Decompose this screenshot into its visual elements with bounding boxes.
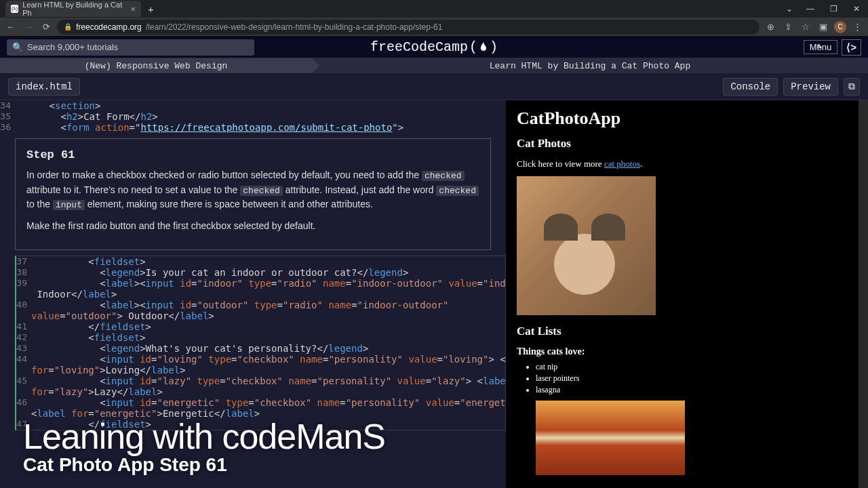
zoom-icon[interactable]: ⊕ <box>764 20 777 34</box>
reload-button[interactable]: ⟳ <box>39 20 53 34</box>
code-content[interactable]: <input id="loving" type="checkbox" name=… <box>31 354 506 365</box>
code-line[interactable]: 47 </fieldset> <box>16 419 505 430</box>
address-bar[interactable]: 🔒 freecodecamp.org/learn/2022/responsive… <box>57 20 760 35</box>
url-path: /learn/2022/responsive-web-design/learn-… <box>146 22 443 32</box>
code-line[interactable]: 35 <h2>Cat Form</h2> <box>0 111 506 122</box>
line-number: 43 <box>16 343 31 354</box>
line-number: 47 <box>16 419 31 430</box>
browser-tab[interactable]: (λ) Learn HTML by Building a Cat Ph × <box>5 1 141 17</box>
code-line[interactable]: 45 <input id="lazy" type="checkbox" name… <box>16 375 505 386</box>
code-line[interactable]: 42 <fieldset> <box>16 332 505 343</box>
browser-titlebar: (λ) Learn HTML by Building a Cat Ph × + … <box>0 0 868 18</box>
forward-button[interactable]: → <box>22 20 35 34</box>
search-input[interactable]: 🔍 Search 9,000+ tutorials <box>7 39 254 56</box>
line-number <box>16 365 31 375</box>
code-content[interactable]: for="loving">Loving</label> <box>31 365 186 375</box>
new-tab-button[interactable]: + <box>141 3 161 15</box>
flame-icon <box>479 42 488 53</box>
minimize-button[interactable]: — <box>799 0 822 18</box>
code-line[interactable]: 40 <label><input id="outdoor" type="radi… <box>16 300 505 310</box>
code-line[interactable]: 41 </fieldset> <box>16 321 505 332</box>
search-icon: 🔍 <box>12 42 23 52</box>
code-line[interactable]: value="outdoor"> Outdoor</label> <box>16 310 505 321</box>
line-number: 41 <box>16 321 31 332</box>
line-number: 38 <box>16 267 31 278</box>
code-editor[interactable]: 34 <section>35 <h2>Cat Form</h2>36 <form… <box>0 100 506 488</box>
preview-h2-photos: Cat Photos <box>517 137 848 150</box>
code-line[interactable]: 34 <section> <box>0 100 506 111</box>
code-content[interactable]: <input id="lazy" type="checkbox" name="p… <box>31 375 506 386</box>
code-line[interactable]: 43 <legend>What's your cat's personality… <box>16 343 505 354</box>
cat-image[interactable] <box>517 176 656 315</box>
popout-button[interactable]: ⧉ <box>844 78 860 96</box>
code-line[interactable]: 36 <form action="https://freecatphotoapp… <box>0 122 506 133</box>
code-line[interactable]: 46 <input id="energetic" type="checkbox"… <box>16 397 505 408</box>
preview-h2-lists: Cat Lists <box>517 325 848 338</box>
vertical-scrollbar[interactable] <box>859 100 868 488</box>
code-line[interactable]: 44 <input id="loving" type="checkbox" na… <box>16 354 505 365</box>
code-content[interactable]: <section> <box>15 100 100 111</box>
code-line[interactable]: Indoor</label> <box>16 289 505 300</box>
line-number: 45 <box>16 375 31 386</box>
back-button[interactable]: ← <box>4 20 18 34</box>
code-line[interactable]: for="loving">Loving</label> <box>16 365 505 375</box>
preview-h3-love: Things cats love: <box>517 346 848 357</box>
line-number: 44 <box>16 354 31 365</box>
preview-intro: Click here to view more cat photos. <box>517 159 848 169</box>
brand-logo[interactable]: freeCodeCamp() <box>370 39 498 55</box>
code-content[interactable]: </fieldset> <box>31 419 151 430</box>
code-content[interactable]: <fieldset> <box>31 332 146 343</box>
code-content[interactable]: <h2>Cat Form</h2> <box>15 111 158 122</box>
crumb-course[interactable]: (New) Responsive Web Design <box>0 58 312 73</box>
love-list: cat nip laser pointers lasagna <box>536 361 848 395</box>
extensions-icon[interactable]: ▣ <box>816 20 830 34</box>
line-number <box>16 408 31 419</box>
app-header: 🔍 Search 9,000+ tutorials freeCodeCamp()… <box>0 37 868 58</box>
line-number: 40 <box>16 300 31 310</box>
line-number <box>16 310 31 321</box>
line-number: 42 <box>16 332 31 343</box>
code-content[interactable]: <label><input id="indoor" type="radio" n… <box>31 278 506 289</box>
code-content[interactable]: <legend>Is your cat an indoor or outdoor… <box>31 267 408 278</box>
code-content[interactable]: <label><input id="outdoor" type="radio" … <box>31 300 448 310</box>
kebab-menu-icon[interactable]: ⋮ <box>850 20 864 34</box>
code-content[interactable]: <legend>What's your cat's personality?</… <box>31 343 368 354</box>
lock-icon: 🔒 <box>64 23 72 30</box>
language-button[interactable]: ⟨> <box>842 39 861 56</box>
share-icon[interactable]: ⇪ <box>781 20 795 34</box>
code-content[interactable]: <input id="energetic" type="checkbox" na… <box>31 397 506 408</box>
url-domain: freecodecamp.org <box>76 22 142 32</box>
code-line[interactable]: <label for="energetic">Energetic</label> <box>16 408 505 419</box>
code-content[interactable]: for="lazy">Lazy</label> <box>31 386 163 397</box>
code-content[interactable]: Indoor</label> <box>31 289 117 300</box>
code-content[interactable]: <form action="https://freecatphotoapp.co… <box>15 122 403 133</box>
cursor-icon: ↖ <box>816 42 823 51</box>
close-icon[interactable]: × <box>130 4 136 14</box>
code-content[interactable]: <label for="energetic">Energetic</label> <box>31 408 260 419</box>
code-line[interactable]: 37 <fieldset> <box>16 256 505 267</box>
line-number <box>16 289 31 300</box>
lasagna-image[interactable] <box>536 401 685 475</box>
file-tab[interactable]: index.html <box>8 78 80 96</box>
preview-button[interactable]: Preview <box>783 78 838 96</box>
maximize-button[interactable]: ❐ <box>822 0 845 18</box>
console-button[interactable]: Console <box>723 78 778 96</box>
cat-photos-link[interactable]: cat photos <box>604 159 640 169</box>
line-number: 35 <box>0 111 15 122</box>
code-line[interactable]: for="lazy">Lazy</label> <box>16 386 505 397</box>
code-line[interactable]: 39 <label><input id="indoor" type="radio… <box>16 278 505 289</box>
code-content[interactable]: </fieldset> <box>31 321 151 332</box>
profile-avatar[interactable]: C <box>834 21 846 33</box>
favicon: (λ) <box>11 5 18 13</box>
preview-h1: CatPhotoApp <box>517 108 848 129</box>
browser-urlbar: ← → ⟳ 🔒 freecodecamp.org/learn/2022/resp… <box>0 18 868 37</box>
bookmark-icon[interactable]: ☆ <box>799 20 812 34</box>
chevron-down-icon[interactable]: ⌄ <box>780 0 799 18</box>
line-number: 34 <box>0 100 15 111</box>
code-line[interactable]: 38 <legend>Is your cat an indoor or outd… <box>16 267 505 278</box>
menu-button[interactable]: Menu ↖ <box>804 40 838 54</box>
code-content[interactable]: value="outdoor"> Outdoor</label> <box>31 310 214 321</box>
close-window-button[interactable]: ✕ <box>845 0 868 18</box>
code-content[interactable]: <fieldset> <box>31 256 146 267</box>
instruction-box: Step 61 In order to make a checkbox chec… <box>15 138 491 250</box>
